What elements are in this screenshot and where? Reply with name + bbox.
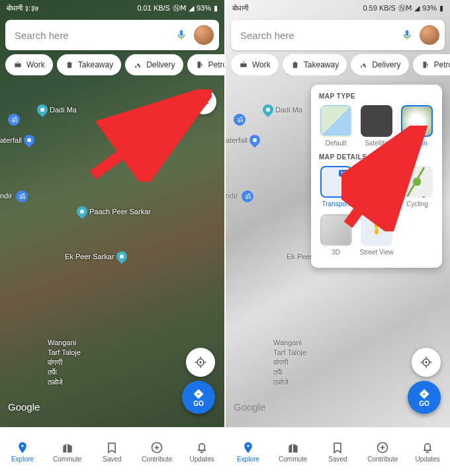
chip-petrol[interactable]: Petrol: [413, 54, 451, 75]
avatar[interactable]: [420, 25, 439, 45]
chip-work[interactable]: Work: [231, 54, 279, 75]
bag-icon: [65, 60, 74, 69]
nav-saved[interactable]: Saved: [90, 428, 135, 476]
place-waterfall[interactable]: aterfall: [226, 135, 260, 145]
detail-traffic[interactable]: Traffic: [359, 166, 393, 208]
plus-circle-icon: [376, 441, 389, 454]
plus-circle-icon: [150, 441, 163, 454]
bookmark-icon: [331, 441, 344, 454]
detail-cycling[interactable]: Cycling: [400, 166, 434, 208]
nav-updates[interactable]: Updates: [179, 428, 224, 476]
status-time: बोधानी ३:३७: [7, 4, 38, 13]
default-thumb: [320, 105, 352, 137]
nav-updates[interactable]: Updates: [405, 428, 450, 476]
battery-icon: ▮: [439, 4, 443, 13]
screenshot-before: बोधानी ३:३७ 0.01 KB/S ⓃⅯ ◢ 93% ▮ Search …: [0, 0, 224, 476]
crosshair-icon: [194, 356, 207, 369]
category-chips: Work Takeaway Delivery Petrol 🛒: [0, 54, 224, 75]
nav-commute[interactable]: Commute: [271, 428, 316, 476]
place-mandir[interactable]: ndir: [226, 192, 238, 200]
go-button[interactable]: GO: [182, 381, 215, 414]
bag-icon: [291, 60, 300, 69]
chip-takeaway[interactable]: Takeaway: [57, 54, 121, 75]
temple-marker[interactable]: ॐ: [8, 114, 20, 126]
transport-thumb: [320, 166, 352, 198]
layers-icon: [197, 95, 210, 108]
place-paach[interactable]: Paach Peer Sarkar: [77, 206, 151, 217]
temple-marker-2[interactable]: ॐ: [16, 190, 28, 202]
directions-icon: [418, 388, 430, 400]
wifi-icon: ◢: [189, 4, 194, 13]
microphone-icon[interactable]: [175, 29, 187, 41]
chip-delivery[interactable]: Delivery: [125, 54, 183, 75]
temple-marker[interactable]: ॐ: [234, 114, 246, 126]
moped-icon: [133, 60, 142, 69]
battery-icon: ▮: [214, 4, 218, 13]
svg-point-4: [199, 361, 201, 363]
3d-thumb: [320, 214, 352, 246]
bell-icon: [421, 441, 434, 454]
search-bar[interactable]: Search here: [231, 20, 445, 50]
nav-contribute[interactable]: Contribute: [360, 428, 405, 476]
maptype-default[interactable]: Default: [319, 105, 353, 147]
detail-transport[interactable]: Transport: [319, 166, 353, 208]
place-ekpeer[interactable]: Ek Peer Sarkar: [65, 251, 127, 262]
place-dadi[interactable]: Dadi Ma: [37, 104, 77, 115]
nav-explore[interactable]: Explore: [226, 428, 271, 476]
detail-3d[interactable]: 3D: [319, 214, 353, 256]
fuel-icon: [195, 60, 204, 69]
search-bar[interactable]: Search here: [5, 20, 219, 50]
search-placeholder: Search here: [240, 30, 394, 41]
my-location-button[interactable]: [412, 348, 441, 377]
place-wangani[interactable]: WanganiTarf Talojeवांगणीतर्फेतळोजे: [48, 338, 81, 386]
go-button[interactable]: GO: [408, 381, 441, 414]
svg-point-12: [425, 361, 427, 363]
panel-heading-details: MAP DETAILS: [319, 153, 434, 161]
chip-petrol[interactable]: Petrol: [187, 54, 225, 75]
svg-point-1: [139, 66, 140, 67]
svg-rect-9: [375, 228, 378, 234]
avatar[interactable]: [194, 25, 214, 45]
nfc-icon: ⓃⅯ: [173, 3, 186, 13]
cycling-thumb: [401, 166, 433, 198]
crosshair-icon: [420, 356, 433, 369]
building-icon: [287, 441, 300, 454]
place-waterfall[interactable]: aterfall: [0, 135, 34, 145]
maptype-satellite[interactable]: Satellite: [359, 105, 393, 147]
svg-point-7: [365, 66, 366, 67]
pin-icon: [16, 441, 29, 454]
category-chips: Work Takeaway Delivery Petrol: [226, 54, 450, 75]
pin-icon: [242, 441, 255, 454]
status-time: बोधानी: [232, 4, 248, 13]
place-dadi[interactable]: Dadi Ma: [263, 104, 302, 115]
bookmark-icon: [105, 441, 118, 454]
briefcase-icon: [239, 60, 248, 69]
nav-commute[interactable]: Commute: [45, 428, 90, 476]
svg-point-0: [135, 66, 136, 67]
chip-takeaway[interactable]: Takeaway: [283, 54, 347, 75]
maptype-terrain[interactable]: Terrain: [400, 105, 434, 147]
nav-saved[interactable]: Saved: [316, 428, 361, 476]
google-watermark: Google: [234, 401, 265, 413]
chip-work[interactable]: Work: [5, 54, 53, 75]
place-wangani[interactable]: WanganiTarf Talojeवांगणीतर्फेतळोजे: [273, 338, 306, 386]
place-savarol[interactable]: Savarol: [158, 104, 182, 112]
status-right: 0.01 KB/S ⓃⅯ ◢ 93% ▮: [137, 3, 218, 13]
layers-button[interactable]: [191, 89, 216, 114]
my-location-button[interactable]: [186, 348, 215, 377]
nav-explore[interactable]: Explore: [0, 428, 45, 476]
nav-contribute[interactable]: Contribute: [134, 428, 179, 476]
place-mandir[interactable]: ndir: [0, 192, 12, 200]
chip-delivery[interactable]: Delivery: [351, 54, 408, 75]
satellite-thumb: [361, 105, 392, 137]
svg-point-8: [375, 223, 379, 228]
detail-streetview[interactable]: Street View: [359, 214, 393, 256]
building-icon: [61, 441, 74, 454]
status-right: 0.59 KB/S ⓃⅯ ◢ 93% ▮: [363, 3, 443, 13]
directions-icon: [193, 388, 204, 400]
panel-heading-type: MAP TYPE: [319, 93, 434, 100]
bottom-nav: Explore Commute Saved Contribute Updates: [226, 427, 450, 476]
search-placeholder: Search here: [15, 30, 169, 41]
temple-marker-2[interactable]: ॐ: [242, 190, 253, 202]
microphone-icon[interactable]: [401, 29, 413, 41]
